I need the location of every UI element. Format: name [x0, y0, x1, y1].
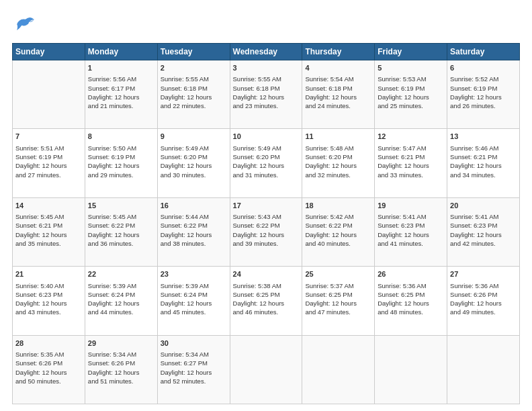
day-info-line: Daylight: 12 hours — [233, 299, 300, 308]
day-number: 16 — [161, 201, 227, 211]
calendar-cell: 16Sunrise: 5:44 AMSunset: 6:22 PMDayligh… — [157, 197, 230, 266]
day-info-line: Daylight: 12 hours — [88, 93, 154, 101]
day-info-line: Daylight: 12 hours — [15, 299, 82, 308]
day-info-line: Sunrise: 5:55 AM — [233, 75, 300, 83]
day-number: 29 — [88, 338, 154, 349]
day-number: 21 — [15, 269, 82, 279]
week-row-5: 28Sunrise: 5:35 AMSunset: 6:26 PMDayligh… — [13, 335, 520, 404]
day-info-line: Sunset: 6:20 PM — [233, 152, 300, 161]
calendar-cell: 13Sunrise: 5:46 AMSunset: 6:21 PMDayligh… — [447, 129, 520, 197]
day-number: 17 — [233, 201, 300, 211]
day-number: 3 — [233, 63, 300, 73]
day-info-line: Sunset: 6:21 PM — [450, 152, 517, 161]
day-info-line: and 43 minutes. — [15, 308, 82, 316]
day-info-line: and 22 minutes. — [161, 101, 227, 110]
day-info-line: Daylight: 12 hours — [15, 368, 82, 377]
calendar-cell — [302, 335, 375, 404]
header-cell-saturday: Saturday — [447, 44, 520, 60]
day-info-line: Sunrise: 5:55 AM — [161, 75, 227, 83]
calendar-cell: 11Sunrise: 5:48 AMSunset: 6:20 PMDayligh… — [302, 129, 375, 197]
day-info-line: Daylight: 12 hours — [305, 161, 371, 170]
day-info-line: Sunset: 6:26 PM — [15, 359, 82, 367]
calendar-cell: 25Sunrise: 5:37 AMSunset: 6:25 PMDayligh… — [302, 267, 375, 335]
day-info-line: Sunrise: 5:42 AM — [305, 212, 371, 221]
day-info-line: Sunrise: 5:44 AM — [161, 212, 227, 221]
day-number: 27 — [450, 269, 517, 279]
day-info-line: Sunset: 6:19 PM — [450, 84, 517, 93]
calendar-cell: 3Sunrise: 5:55 AMSunset: 6:18 PMDaylight… — [230, 60, 302, 129]
calendar-cell: 20Sunrise: 5:41 AMSunset: 6:23 PMDayligh… — [447, 197, 520, 266]
day-number: 28 — [15, 338, 82, 349]
day-number: 15 — [88, 201, 154, 211]
week-row-3: 14Sunrise: 5:45 AMSunset: 6:21 PMDayligh… — [13, 197, 520, 266]
day-info-line: Sunset: 6:21 PM — [378, 152, 444, 161]
day-info-line: Sunrise: 5:53 AM — [378, 75, 444, 83]
day-info-line: and 49 minutes. — [450, 308, 517, 316]
header-cell-wednesday: Wednesday — [230, 44, 302, 60]
day-info-line: and 36 minutes. — [88, 239, 154, 248]
day-info-line: and 48 minutes. — [378, 308, 444, 316]
logo-bird-icon — [12, 12, 36, 36]
calendar-cell: 8Sunrise: 5:50 AMSunset: 6:19 PMDaylight… — [85, 129, 157, 197]
day-info-line: Sunset: 6:22 PM — [233, 221, 300, 230]
day-info-line: Daylight: 12 hours — [161, 161, 227, 170]
day-number: 26 — [378, 269, 444, 279]
day-info-line: and 42 minutes. — [450, 239, 517, 248]
calendar-cell: 9Sunrise: 5:49 AMSunset: 6:20 PMDaylight… — [157, 129, 230, 197]
day-info-line: and 40 minutes. — [305, 239, 371, 248]
day-info-line: Daylight: 12 hours — [161, 230, 227, 239]
calendar-body: 1Sunrise: 5:56 AMSunset: 6:17 PMDaylight… — [13, 60, 520, 404]
calendar-cell: 14Sunrise: 5:45 AMSunset: 6:21 PMDayligh… — [13, 197, 85, 266]
calendar-cell: 24Sunrise: 5:38 AMSunset: 6:25 PMDayligh… — [230, 267, 302, 335]
day-info-line: and 31 minutes. — [233, 171, 300, 179]
day-number: 1 — [88, 63, 154, 73]
calendar-cell: 27Sunrise: 5:36 AMSunset: 6:26 PMDayligh… — [447, 267, 520, 335]
day-info-line: and 41 minutes. — [378, 239, 444, 248]
day-info-line: Sunrise: 5:52 AM — [450, 75, 517, 83]
calendar-cell: 30Sunrise: 5:34 AMSunset: 6:27 PMDayligh… — [157, 335, 230, 404]
day-number: 13 — [450, 132, 517, 142]
day-info-line: Sunrise: 5:34 AM — [161, 350, 227, 359]
day-info-line: and 45 minutes. — [161, 308, 227, 316]
calendar-cell: 29Sunrise: 5:34 AMSunset: 6:26 PMDayligh… — [85, 335, 157, 404]
calendar-cell: 4Sunrise: 5:54 AMSunset: 6:18 PMDaylight… — [302, 60, 375, 129]
day-info-line: Daylight: 12 hours — [161, 368, 227, 377]
day-info-line: and 23 minutes. — [233, 101, 300, 110]
day-info-line: Sunset: 6:23 PM — [378, 221, 444, 230]
day-info-line: Sunrise: 5:50 AM — [88, 144, 154, 152]
day-info-line: Daylight: 12 hours — [15, 230, 82, 239]
day-info-line: Daylight: 12 hours — [233, 230, 300, 239]
day-info-line: Daylight: 12 hours — [378, 230, 444, 239]
day-info-line: and 21 minutes. — [88, 101, 154, 110]
calendar-cell: 1Sunrise: 5:56 AMSunset: 6:17 PMDaylight… — [85, 60, 157, 129]
day-info-line: Sunrise: 5:46 AM — [450, 144, 517, 152]
calendar-cell — [13, 60, 85, 129]
day-number: 18 — [305, 201, 371, 211]
day-info-line: Sunrise: 5:45 AM — [88, 212, 154, 221]
day-number: 22 — [88, 269, 154, 279]
day-info-line: and 27 minutes. — [15, 171, 82, 179]
day-info-line: Sunset: 6:18 PM — [305, 84, 371, 93]
calendar-cell — [447, 335, 520, 404]
day-info-line: Sunrise: 5:49 AM — [161, 144, 227, 152]
day-info-line: Sunset: 6:20 PM — [161, 152, 227, 161]
day-number: 24 — [233, 269, 300, 279]
day-info-line: and 32 minutes. — [305, 171, 371, 179]
day-info-line: Sunset: 6:19 PM — [378, 84, 444, 93]
calendar-cell: 18Sunrise: 5:42 AMSunset: 6:22 PMDayligh… — [302, 197, 375, 266]
day-info-line: and 38 minutes. — [161, 239, 227, 248]
day-info-line: Sunrise: 5:37 AM — [305, 281, 371, 290]
day-info-line: Sunset: 6:20 PM — [305, 152, 371, 161]
day-info-line: Sunrise: 5:38 AM — [233, 281, 300, 290]
day-info-line: and 52 minutes. — [161, 377, 227, 385]
day-info-line: and 24 minutes. — [305, 101, 371, 110]
header-row: SundayMondayTuesdayWednesdayThursdayFrid… — [13, 44, 520, 60]
calendar-header: SundayMondayTuesdayWednesdayThursdayFrid… — [13, 44, 520, 60]
calendar-cell: 12Sunrise: 5:47 AMSunset: 6:21 PMDayligh… — [375, 129, 447, 197]
calendar-table: SundayMondayTuesdayWednesdayThursdayFrid… — [12, 43, 520, 404]
day-info-line: Sunset: 6:22 PM — [88, 221, 154, 230]
calendar-cell: 21Sunrise: 5:40 AMSunset: 6:23 PMDayligh… — [13, 267, 85, 335]
day-number: 25 — [305, 269, 371, 279]
day-info-line: Daylight: 12 hours — [15, 161, 82, 170]
calendar-cell: 2Sunrise: 5:55 AMSunset: 6:18 PMDaylight… — [157, 60, 230, 129]
